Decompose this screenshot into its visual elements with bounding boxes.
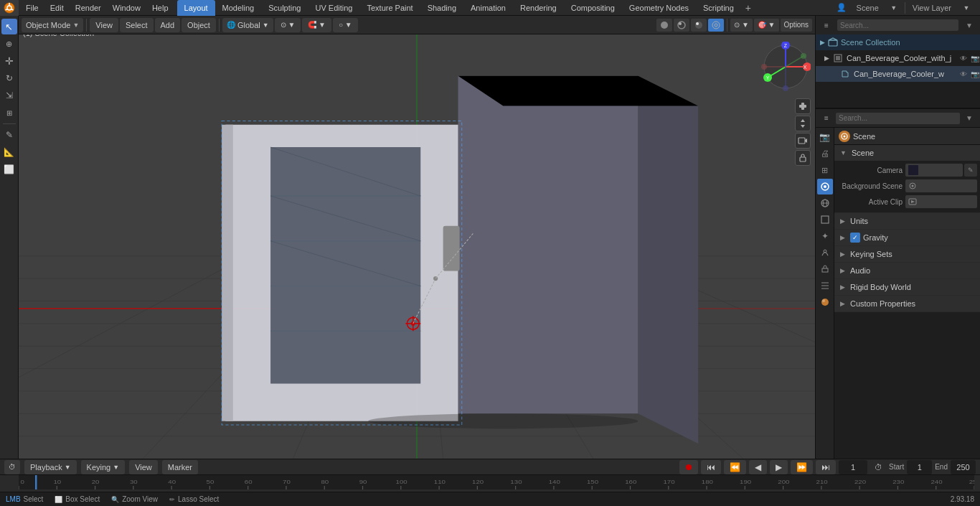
jump-start-btn[interactable]: ⏮ [701,460,721,474]
frame-counter[interactable]: 1 [839,460,867,474]
end-frame[interactable]: 250 [951,460,976,474]
prop-material-icon[interactable] [817,294,833,310]
tool-measure[interactable]: 📐 [1,144,17,160]
tool-transform[interactable]: ⊞ [1,105,17,121]
background-scene-value[interactable] [905,179,977,192]
gravity-header[interactable]: ▶ ✓ Gravity [834,230,980,245]
scene-selector[interactable]: Scene [852,0,883,16]
prop-data-icon[interactable] [817,278,833,294]
transform-dropdown[interactable]: 🌐 Global ▼ [222,18,273,32]
tab-sculpting[interactable]: Sculpting [261,0,308,16]
blender-logo[interactable] [0,0,19,16]
play-back-btn[interactable]: ◀ [749,460,767,474]
menu-file[interactable]: File [20,0,44,16]
scene-options-icon[interactable]: ▼ [886,0,902,16]
prop-output-icon[interactable]: 🖨 [817,146,833,161]
keying-btn[interactable]: Keying ▼ [81,460,126,474]
menu-edit[interactable]: Edit [44,0,70,16]
pivot-dropdown[interactable]: ⊙ ▼ [275,18,301,32]
tool-move[interactable]: ✛ [1,53,17,69]
tab-texture-paint[interactable]: Texture Paint [359,0,420,16]
tab-uv-editing[interactable]: UV Editing [308,0,359,16]
tool-rotate[interactable]: ↻ [1,70,17,86]
start-frame[interactable]: 1 [907,460,932,474]
view-menu[interactable]: View [90,18,118,32]
step-fwd-btn[interactable]: ⏩ [791,460,813,474]
viewport-shading-material[interactable] [674,19,689,32]
item-visibility-icon-1[interactable]: 👁 [958,69,969,79]
rigid-body-header[interactable]: ▶ Rigid Body World [834,279,980,295]
tool-cursor[interactable]: ⊕ [1,36,17,52]
viewport-shading-solid[interactable] [656,19,672,32]
prop-render-icon[interactable]: 📷 [817,129,833,145]
outliner-item-1[interactable]: ▶ Can_Beverage_Cooler_w 👁 📷 [816,66,980,82]
timing-icon[interactable]: ⏱ [870,459,886,475]
menu-help[interactable]: Help [146,0,174,16]
keying-sets-header[interactable]: ▶ Keying Sets [834,246,980,262]
object-menu[interactable]: Object [182,18,216,32]
custom-properties-header[interactable]: ▶ Custom Properties [834,296,980,311]
tool-scale[interactable]: ⇲ [1,88,17,103]
options-btn[interactable]: Options [781,19,812,32]
marker-btn[interactable]: Marker [162,460,198,474]
tab-shading[interactable]: Shading [420,0,463,16]
prop-object-icon[interactable] [817,212,833,228]
jump-end-btn[interactable]: ⏭ [816,460,836,474]
props-menu-icon[interactable]: ≡ [819,111,834,126]
view-layer-icon[interactable]: View Layer [908,0,956,16]
audio-header[interactable]: ▶ Audio [834,263,980,278]
step-back-btn[interactable]: ⏪ [724,460,746,474]
outliner-filter-btn[interactable]: ▼ [961,17,977,33]
active-clip-value[interactable] [905,195,977,208]
tab-animation[interactable]: Animation [463,0,513,16]
units-header[interactable]: ▶ Units [834,213,980,229]
viewport-3d-container[interactable]: User Perspective (1) Scene Collection X [19,16,815,459]
timeline-icon[interactable]: ⏱ [4,460,20,474]
lock-to-object-btn[interactable] [795,150,811,166]
timeline-track[interactable]: 0 10 20 30 40 50 60 70 80 [19,475,974,489]
tool-add-cube[interactable]: ⬜ [1,161,17,177]
prop-constraints-icon[interactable] [817,261,833,277]
tab-scripting[interactable]: Scripting [696,0,741,16]
tab-layout[interactable]: Layout [177,0,215,16]
prop-physics-icon[interactable] [817,245,833,261]
viewport-gizmo[interactable]: X Y Z [760,42,811,92]
proportional-btn[interactable]: ○ ▼ [333,18,358,32]
select-menu[interactable]: Select [120,18,154,32]
camera-view-btn[interactable] [795,133,811,149]
tab-rendering[interactable]: Rendering [513,0,564,16]
item-render-icon[interactable]: 📷 [970,53,980,63]
viewport-shading-wireframe[interactable] [708,19,724,32]
prop-scene-icon[interactable] [817,179,833,195]
prop-world-icon[interactable] [817,195,833,211]
tab-compositing[interactable]: Compositing [564,0,622,16]
timeline-view-btn[interactable]: View [129,460,158,474]
tab-modeling[interactable]: Modeling [215,0,262,16]
user-icon[interactable]: 👤 [834,0,849,16]
add-workspace-btn[interactable]: + [741,1,755,15]
menu-window[interactable]: Window [107,0,146,16]
camera-edit-icon[interactable]: ✎ [964,164,977,177]
outliner-item-0[interactable]: ▶ Can_Beverage_Cooler_with_j 👁 📷 [816,50,980,66]
gravity-checkbox[interactable]: ✓ [850,233,860,243]
gizmos-btn[interactable]: 🎯 ▼ [754,19,779,32]
record-btn[interactable] [679,460,698,474]
pan-btn[interactable] [795,116,811,131]
overlays-btn[interactable]: ⊙ ▼ [730,19,753,32]
play-btn[interactable]: ▶ [770,460,788,474]
properties-search[interactable] [836,113,960,124]
tab-geometry-nodes[interactable]: Geometry Nodes [622,0,696,16]
snap-btn[interactable]: 🧲 ▼ [302,18,331,32]
playback-btn[interactable]: Playback ▼ [24,460,77,474]
item-visibility-icon[interactable]: 👁 [958,53,969,63]
tool-select[interactable]: ↖ [1,19,17,34]
prop-viewlayer-icon[interactable]: ⊞ [817,162,833,178]
properties-filter-icon[interactable]: ▼ [961,111,977,126]
outliner-search[interactable] [837,19,958,31]
object-mode-dropdown[interactable]: Object Mode ▼ [22,18,83,32]
item-render-icon-1[interactable]: 📷 [970,69,980,79]
timeline-scrollbar[interactable] [974,475,980,489]
add-menu[interactable]: Add [155,18,181,32]
menu-render[interactable]: Render [70,0,107,16]
outliner-icon[interactable]: ≡ [819,17,834,33]
